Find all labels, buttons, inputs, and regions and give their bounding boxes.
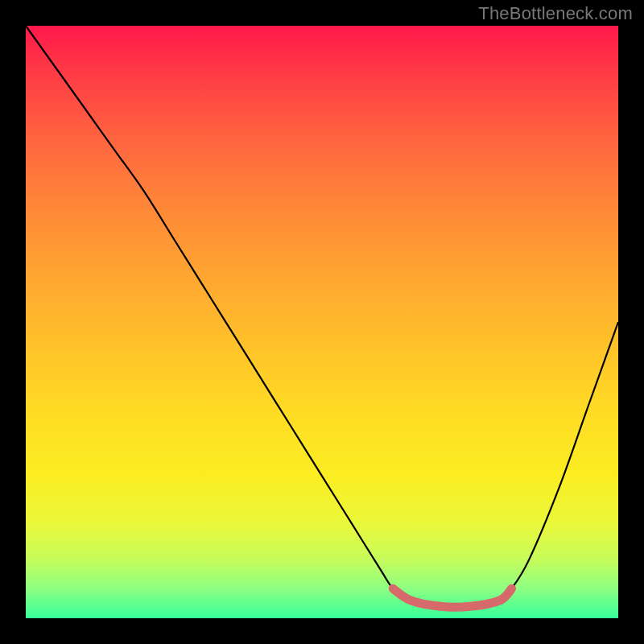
highlight-region	[393, 588, 511, 607]
chart-frame: TheBottleneck.com	[0, 0, 644, 644]
watermark-label: TheBottleneck.com	[478, 3, 633, 24]
plot-area	[26, 26, 618, 618]
bottleneck-curve	[26, 26, 618, 607]
curve-layer	[26, 26, 618, 618]
